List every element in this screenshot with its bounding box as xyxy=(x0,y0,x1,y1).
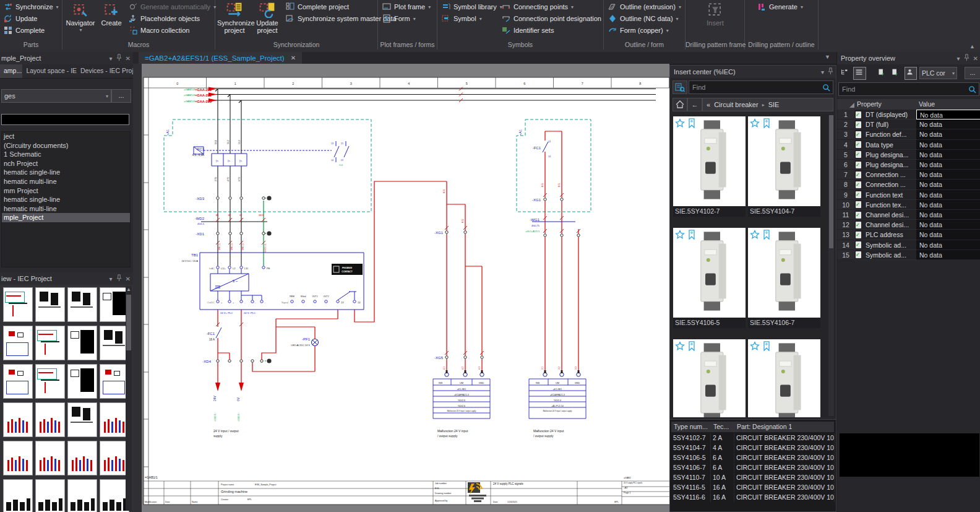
update-project-button[interactable]: Update project xyxy=(253,1,282,34)
scroll-up-icon[interactable]: ▲ xyxy=(126,286,132,293)
page-thumbnail[interactable] xyxy=(35,441,65,475)
property-row[interactable]: 1DT (displayed)No data xyxy=(837,110,980,119)
part-table-row[interactable]: 5SY4106-76 ACIRCUIT BREAKER 230/400V 10K… xyxy=(671,463,835,472)
scheme-dropdown[interactable]: PLC cor ▾ xyxy=(919,67,957,79)
form-button[interactable]: Form▾ xyxy=(380,13,418,24)
pin-icon[interactable] xyxy=(964,54,969,63)
tree-item[interactable]: nch Project xyxy=(2,159,130,168)
page-filter-dropdown[interactable]: ges ▾ xyxy=(1,89,111,103)
tree-item[interactable]: mm Project xyxy=(2,186,130,196)
tree-item[interactable]: 1 Schematic xyxy=(2,150,130,159)
breadcrumb-item-sie[interactable]: SIE xyxy=(768,101,780,108)
property-row[interactable]: 14Symbolic ad...No data xyxy=(837,240,980,250)
property-row[interactable]: 9Function textNo data xyxy=(837,190,980,200)
part-tile[interactable]: SIE.5SY4106-5 xyxy=(673,228,746,328)
page-thumbnail[interactable] xyxy=(100,402,129,437)
breadcrumb-collapse[interactable]: « xyxy=(707,101,710,108)
panel-menu-icon[interactable]: ▾ xyxy=(110,276,113,282)
page-thumbnail[interactable] xyxy=(67,441,97,475)
page-thumbnail[interactable] xyxy=(67,479,97,512)
property-value[interactable]: No data xyxy=(916,210,980,220)
tab-close-icon[interactable]: ✕ xyxy=(291,54,296,61)
bookmark-icon[interactable] xyxy=(762,230,772,241)
tree-view-button[interactable] xyxy=(840,67,851,79)
copy-properties-button[interactable] xyxy=(877,67,888,79)
parts-update-button[interactable]: Update xyxy=(1,13,39,24)
tree-item[interactable]: ject xyxy=(2,132,130,141)
part-table-row[interactable]: 5SY4110-710 ACIRCUIT BREAKER 230/400V 10… xyxy=(671,473,835,482)
page-thumbnail[interactable] xyxy=(3,326,33,360)
macros-placeholder-objects-button[interactable]: Placeholder objects xyxy=(126,13,202,24)
tab-devices[interactable]: Devices - IEC Proj... xyxy=(77,64,133,78)
tree-item[interactable]: hematic single-line xyxy=(2,195,130,204)
part-table-header[interactable]: Type num... xyxy=(671,422,714,432)
back-button[interactable]: ← xyxy=(687,98,702,111)
bookmark-icon[interactable] xyxy=(687,341,697,352)
property-row[interactable]: 3Function def...No data xyxy=(837,129,980,139)
parts-synchronize-button[interactable]: Synchronize▾ xyxy=(1,1,61,12)
page-thumbnail[interactable] xyxy=(100,287,129,322)
page-thumbnail[interactable] xyxy=(100,326,129,360)
identifier-sets-button[interactable]: Identifier sets xyxy=(499,25,556,36)
page-thumbnail[interactable] xyxy=(67,402,97,437)
page-thumbnail[interactable] xyxy=(67,287,97,322)
list-view-button[interactable] xyxy=(853,67,866,80)
outline-nc-data-button[interactable]: Outline (NC data)▾ xyxy=(606,13,681,24)
property-value[interactable]: No data xyxy=(916,180,980,189)
part-table-row[interactable]: 5SY4104-74 ACIRCUIT BREAKER 230/400V 10K… xyxy=(671,443,835,453)
property-value[interactable]: No data xyxy=(916,150,980,160)
property-value[interactable]: No data xyxy=(916,129,980,139)
page-thumbnail[interactable] xyxy=(67,326,97,360)
scheme-more-button[interactable]: ... xyxy=(965,67,980,79)
part-table-row[interactable]: 5SY4116-516 ACIRCUIT BREAKER 230/400V 10… xyxy=(671,483,835,492)
property-row[interactable]: 11Channel desi...No data xyxy=(837,210,980,220)
page-thumbnail[interactable] xyxy=(35,402,65,437)
tree-filter-input[interactable] xyxy=(1,114,129,125)
preview-scrollbar[interactable]: ▲ xyxy=(126,286,132,511)
property-row[interactable]: 4Data typeNo data xyxy=(837,140,980,150)
pin-icon[interactable] xyxy=(116,274,122,283)
paste-properties-button[interactable] xyxy=(890,67,901,79)
part-tile[interactable] xyxy=(673,339,746,417)
page-thumbnail[interactable] xyxy=(35,364,65,399)
bookmark-icon[interactable] xyxy=(687,230,697,241)
bookmark-icon[interactable] xyxy=(762,341,772,352)
symbol-button[interactable]: Symbol▾ xyxy=(439,13,484,24)
part-table-row[interactable]: 5SY4106-56 ACIRCUIT BREAKER 230/400V 10K… xyxy=(671,453,835,462)
property-value[interactable]: No data xyxy=(916,250,980,260)
page-thumbnail[interactable] xyxy=(100,364,129,399)
home-button[interactable] xyxy=(673,98,687,111)
insert-center-find-input[interactable] xyxy=(689,84,822,91)
part-table-header[interactable]: Tec... xyxy=(711,422,737,432)
pin-icon[interactable] xyxy=(828,67,833,76)
user-scheme-button[interactable] xyxy=(905,67,917,80)
scrollbar-thumb[interactable] xyxy=(126,295,131,350)
complete-project-button[interactable]: Complete project xyxy=(283,1,351,12)
tab-pages[interactable]: amp... xyxy=(0,64,22,78)
close-icon[interactable]: ✕ xyxy=(126,276,131,282)
property-value[interactable]: No data xyxy=(916,170,980,180)
panel-menu-icon[interactable]: ▾ xyxy=(110,55,113,62)
insert-center-filter-button[interactable] xyxy=(673,80,687,94)
column-header-value[interactable]: Value xyxy=(916,99,980,110)
property-row[interactable]: 13PLC addressNo data xyxy=(837,230,980,240)
panel-menu-icon[interactable]: ▾ xyxy=(821,69,824,76)
tree-item[interactable]: mple_Project xyxy=(2,213,130,222)
part-table-row[interactable]: 5SY4116-616 ACIRCUIT BREAKER 230/400V 10… xyxy=(671,493,835,502)
tree-item[interactable]: (Circuitry documents) xyxy=(2,141,130,150)
macros-create-button[interactable]: Create xyxy=(98,1,125,27)
plot-frame-button[interactable]: Plot frame▾ xyxy=(380,1,432,12)
page-thumbnail[interactable] xyxy=(100,441,129,475)
part-tile[interactable]: SIE.5SY4106-7 xyxy=(748,228,820,328)
drilling-insert-button[interactable]: Insert xyxy=(699,1,731,27)
tab-layout-space[interactable]: Layout space - IE... xyxy=(22,64,77,78)
macros-macro-collection-button[interactable]: Macro collection xyxy=(126,25,191,36)
column-header-property[interactable]: Property xyxy=(854,99,919,110)
tree-item[interactable]: hematic multi-line xyxy=(2,204,130,214)
bookmark-icon[interactable] xyxy=(687,118,697,129)
part-table-row[interactable]: 5SY4102-72 ACIRCUIT BREAKER 230/400V 10K… xyxy=(671,433,835,443)
close-icon[interactable]: ✕ xyxy=(973,55,978,62)
page-thumbnail[interactable] xyxy=(35,326,65,360)
page-thumbnail[interactable] xyxy=(67,364,97,399)
page-thumbnail[interactable] xyxy=(3,479,33,512)
